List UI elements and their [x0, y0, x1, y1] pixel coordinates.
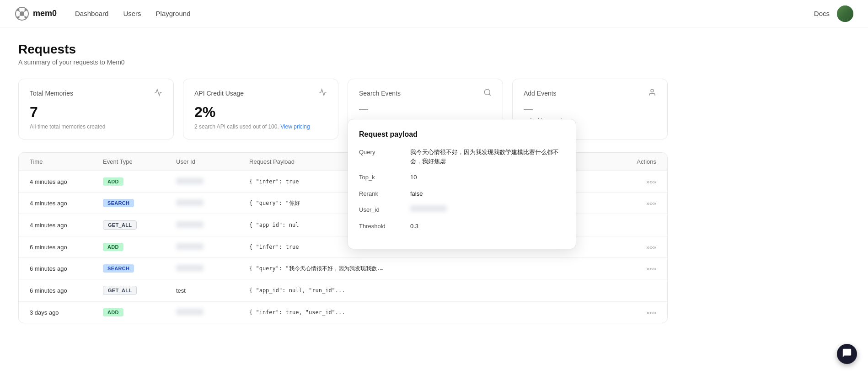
popup-val-rerank: false	[410, 189, 565, 198]
table-row: 6 minutes ago SEARCH { "query": "我今天心情很不…	[19, 258, 667, 279]
popup-val-topk: 10	[410, 173, 565, 182]
page-title: Requests	[18, 42, 668, 57]
col-event-type: Event Type	[103, 158, 176, 165]
nav-playground[interactable]: Playground	[156, 8, 191, 19]
logo-text: mem0	[33, 9, 57, 18]
card-value: 2%	[194, 104, 327, 121]
cell-event-type: ADD	[103, 243, 176, 251]
col-actions: Actions	[611, 158, 656, 165]
svg-point-12	[651, 89, 654, 92]
cell-payload: { "app_id": null, "run_id"...	[249, 287, 386, 294]
svg-point-4	[17, 16, 20, 18]
cell-user-id	[176, 178, 249, 186]
nav-users[interactable]: Users	[123, 8, 141, 19]
badge-add: ADD	[103, 177, 123, 186]
popup-row-threshold: Threshold 0.3	[359, 222, 565, 231]
popup-title: Request payload	[359, 130, 565, 139]
actions-button[interactable]: »»»	[611, 265, 656, 272]
person-icon	[648, 88, 656, 98]
card-desc: 2 search API calls used out of 100. View…	[194, 123, 327, 130]
cell-user-id	[176, 309, 249, 316]
card-desc: All-time total memories created	[30, 123, 162, 130]
docs-link[interactable]: Docs	[814, 10, 830, 17]
pulse-icon	[319, 88, 327, 98]
cell-time: 3 days ago	[30, 309, 103, 316]
request-payload-popup: Request payload Query 我今天心情很不好，因为我发现我数学建…	[348, 119, 576, 249]
badge-add: ADD	[103, 308, 123, 316]
cell-time: 4 minutes ago	[30, 178, 103, 185]
col-time: Time	[30, 158, 103, 165]
logo[interactable]: mem0	[15, 6, 57, 21]
card-label: Total Memories	[30, 90, 73, 97]
cell-event-type: SEARCH	[103, 199, 176, 207]
card-value: —	[524, 104, 656, 114]
cell-payload: { "infer": true, "user_id"...	[249, 309, 386, 316]
card-value: 7	[30, 104, 162, 121]
badge-getall: GET_ALL	[103, 220, 137, 230]
svg-line-11	[489, 94, 490, 95]
cell-user-id: test	[176, 287, 249, 294]
actions-button[interactable]: »»»	[611, 309, 656, 316]
cell-time: 6 minutes ago	[30, 244, 103, 251]
card-header: Total Memories	[30, 88, 162, 98]
badge-add: ADD	[103, 243, 123, 251]
cell-time: 4 minutes ago	[30, 222, 103, 229]
nav-links: Dashboard Users Playground	[75, 8, 190, 19]
svg-point-10	[484, 89, 490, 95]
card-header: API Credit Usage	[194, 88, 327, 98]
svg-point-3	[25, 9, 27, 11]
cell-event-type: GET_ALL	[103, 220, 176, 230]
popup-key-threshold: Threshold	[359, 222, 405, 230]
card-header: Add Events	[524, 88, 656, 98]
cell-user-id	[176, 265, 249, 273]
card-value: —	[359, 104, 492, 114]
search-icon	[483, 88, 492, 98]
actions-button[interactable]: »»»	[611, 200, 656, 207]
col-user-id: User Id	[176, 158, 249, 165]
cell-event-type: ADD	[103, 177, 176, 186]
popup-key-userid: User_id	[359, 205, 405, 213]
cell-user-id	[176, 221, 249, 229]
cell-user-id	[176, 243, 249, 251]
svg-point-2	[17, 9, 20, 11]
popup-val-query: 我今天心情很不好，因为我发现我数学建模比赛什么都不会，我好焦虑	[410, 148, 565, 166]
popup-row-userid: User_id	[359, 205, 565, 214]
card-label: API Credit Usage	[194, 90, 244, 97]
badge-search: SEARCH	[103, 199, 134, 207]
cell-payload: { "query": "我今天心情很不好，因为我发现我数...	[249, 265, 386, 273]
badge-getall: GET_ALL	[103, 286, 137, 295]
cell-time: 6 minutes ago	[30, 287, 103, 294]
view-pricing-link[interactable]: View pricing	[280, 123, 310, 130]
card-api-credit: API Credit Usage 2% 2 search API calls u…	[183, 79, 338, 139]
pulse-icon	[154, 88, 162, 98]
cell-event-type: GET_ALL	[103, 286, 176, 295]
popup-val-threshold: 0.3	[410, 222, 565, 231]
popup-row-query: Query 我今天心情很不好，因为我发现我数学建模比赛什么都不会，我好焦虑	[359, 148, 565, 166]
popup-row-topk: Top_k 10	[359, 173, 565, 182]
popup-row-rerank: Rerank false	[359, 189, 565, 198]
popup-key-rerank: Rerank	[359, 189, 405, 197]
card-label: Search Events	[359, 90, 401, 97]
navbar: mem0 Dashboard Users Playground Docs	[0, 0, 868, 27]
avatar-image	[837, 5, 853, 22]
card-label: Add Events	[524, 90, 557, 97]
cell-event-type: SEARCH	[103, 264, 176, 273]
card-total-memories: Total Memories 7 All-time total memories…	[18, 79, 174, 139]
cell-time: 4 minutes ago	[30, 200, 103, 207]
badge-search: SEARCH	[103, 264, 134, 273]
popup-key-topk: Top_k	[359, 173, 405, 181]
card-header: Search Events	[359, 88, 492, 98]
nav-dashboard[interactable]: Dashboard	[75, 8, 108, 19]
table-row: 3 days ago ADD { "infer": true, "user_id…	[19, 302, 667, 323]
logo-icon	[15, 6, 29, 21]
cell-event-type: ADD	[103, 308, 176, 316]
page-subtitle: A summary of your requests to Mem0	[18, 59, 668, 66]
avatar[interactable]	[837, 5, 853, 22]
cell-user-id	[176, 199, 249, 207]
actions-button[interactable]: »»»	[611, 244, 656, 251]
cell-time: 6 minutes ago	[30, 265, 103, 272]
svg-point-5	[25, 16, 27, 18]
page-content: Requests A summary of your requests to M…	[0, 27, 686, 338]
actions-button[interactable]: »»»	[611, 178, 656, 185]
popup-val-userid	[410, 205, 565, 214]
